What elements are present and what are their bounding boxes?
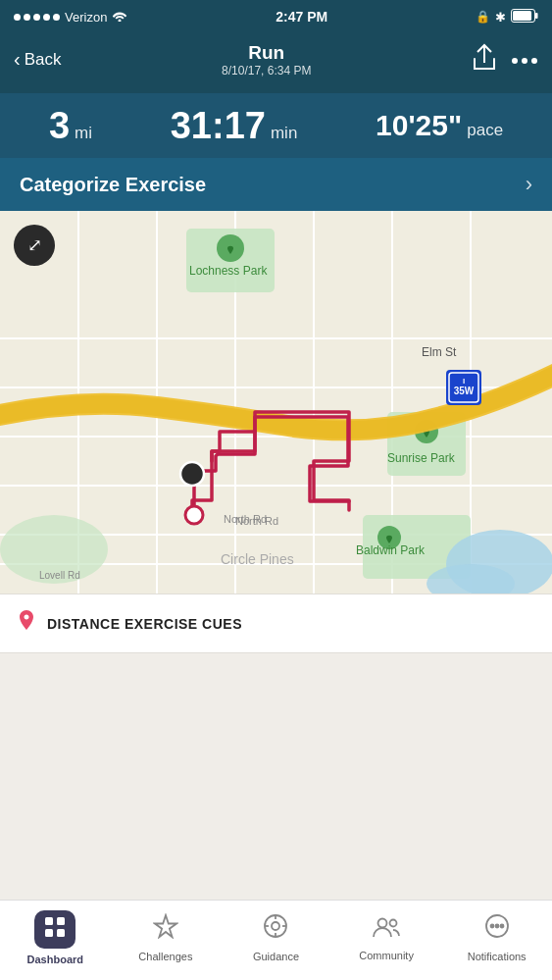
tab-community[interactable]: Community [331,901,442,980]
svg-text:Lochness Park: Lochness Park [189,264,268,278]
status-right: 🔒 ✱ [476,9,538,26]
guidance-icon [263,913,288,946]
tab-challenges-label: Challenges [138,951,192,962]
battery-icon [511,9,538,26]
pace-value: 10'25" [376,111,462,140]
tab-community-label: Community [359,950,414,961]
tab-dashboard[interactable]: Dashboard [0,901,111,980]
bluetooth-icon: ✱ [495,10,506,25]
wifi-icon [112,10,127,25]
svg-point-33 [180,462,204,486]
tab-dashboard-label: Dashboard [27,954,83,965]
carrier-label: Verizon [65,10,107,25]
pace-unit: pace [467,121,503,140]
svg-rect-42 [45,917,53,925]
svg-point-5 [531,58,537,64]
categorize-chevron-icon: › [526,172,532,197]
expand-icon: ⤢ [27,234,42,256]
duration-stat: 31:17 min [171,107,298,144]
map-container[interactable]: I 35W Elm St North Rd Lovell Rd Lochness… [0,211,552,593]
nav-title: Run 8/10/17, 6:34 PM [222,42,311,77]
svg-rect-44 [45,929,53,937]
nav-title-main: Run [222,42,311,64]
tab-notifications-label: Notifications [468,951,527,962]
distance-unit: mi [75,124,92,143]
svg-text:I: I [463,377,465,386]
svg-rect-1 [513,11,531,21]
back-label: Back [25,50,62,70]
svg-point-32 [185,506,203,524]
signal-dots [14,14,60,21]
svg-text:Lovell Rd: Lovell Rd [39,570,80,581]
svg-text:35W: 35W [454,386,475,396]
tab-notifications[interactable]: Notifications [441,901,552,980]
back-chevron-icon: ‹ [14,48,21,71]
expand-map-button[interactable]: ⤢ [14,225,55,266]
svg-point-56 [495,924,498,927]
share-button[interactable] [472,43,497,77]
tab-bar: Dashboard Challenges Guidance [0,900,552,980]
svg-text:Circle Pines: Circle Pines [221,551,294,567]
svg-rect-43 [57,917,65,925]
back-button[interactable]: ‹ Back [14,48,61,71]
notifications-icon [484,913,510,946]
duration-value: 31:17 [171,107,266,144]
svg-point-3 [512,58,518,64]
dashboard-icon [34,910,75,949]
pace-stat: 10'25" pace [376,111,503,140]
svg-text:North Rd: North Rd [224,513,267,525]
status-time: 2:47 PM [276,9,327,25]
nav-header: ‹ Back Run 8/10/17, 6:34 PM [0,29,552,93]
distance-stat: 3 mi [49,107,92,144]
duration-unit: min [271,124,297,143]
stats-row: 3 mi 31:17 min 10'25" pace [0,93,552,158]
svg-point-55 [490,924,493,927]
svg-text:Baldwin Park: Baldwin Park [356,543,426,557]
svg-rect-2 [535,13,538,19]
categorize-label: Categorize Exercise [20,174,206,196]
nav-title-sub: 8/10/17, 6:34 PM [222,64,311,77]
categorize-exercise-row[interactable]: Categorize Exercise › [0,158,552,211]
distance-cues-label: DISTANCE EXERCISE CUES [47,616,242,632]
svg-point-47 [272,922,279,930]
status-left: Verizon [14,10,127,25]
lock-icon: 🔒 [476,10,490,24]
more-button[interactable] [511,49,538,70]
tab-guidance-label: Guidance [253,951,299,962]
tab-guidance[interactable]: Guidance [221,901,331,980]
svg-text:Sunrise Park: Sunrise Park [387,451,456,465]
community-icon [373,914,400,945]
svg-point-52 [378,918,387,927]
svg-point-57 [500,924,503,927]
svg-rect-45 [57,929,65,937]
distance-value: 3 [49,107,70,144]
location-pin-icon [18,610,35,637]
svg-point-4 [522,58,527,64]
distance-cues-row[interactable]: DISTANCE EXERCISE CUES [0,593,552,653]
map-svg: I 35W Elm St North Rd Lovell Rd Lochness… [0,211,552,593]
svg-text:Elm St: Elm St [422,345,457,359]
nav-actions [472,43,538,77]
svg-point-53 [390,919,397,926]
challenges-icon [153,913,178,946]
status-bar: Verizon 2:47 PM 🔒 ✱ [0,0,552,29]
tab-challenges[interactable]: Challenges [111,901,222,980]
